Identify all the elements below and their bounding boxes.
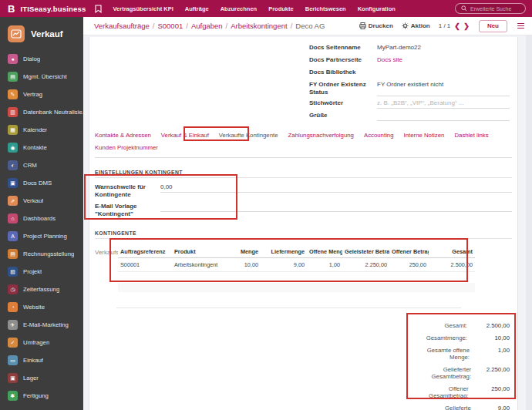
sidebar-item-email-marketing[interactable]: ✈ E-Mail-Marketing (0, 316, 83, 334)
sidebar-item-label: Kontakte (23, 144, 47, 151)
sidebar-item-website[interactable]: ◔ Website (0, 298, 83, 316)
tab-verkaufte-kontingente[interactable]: Verkaufte Kontingente (219, 132, 278, 139)
tab-interne-notizen[interactable]: Interne Notizen (404, 132, 445, 139)
col-offene-menge[interactable]: Offene Menge (307, 245, 342, 258)
field-label: Docs Bibliothek (309, 68, 377, 78)
col-menge[interactable]: Menge (228, 245, 261, 258)
scrollbar[interactable] (526, 35, 532, 410)
col-offener-betrag[interactable]: Offener Betrag (389, 245, 429, 258)
col-gesamt[interactable]: Gesamt (429, 245, 475, 258)
print-button[interactable]: Drucken (359, 22, 393, 29)
icon-glyph: ▧ (10, 269, 15, 274)
content-area: Docs Seitenname MyPart-demo22 Docs Partn… (83, 35, 532, 410)
menu-item-konfiguration[interactable]: Konfiguration (358, 5, 396, 12)
control-panel: Verkaufsaufträge / S00001 / Aufgaben / A… (83, 17, 532, 35)
action-button[interactable]: Aktion (402, 22, 430, 29)
tab-accounting[interactable]: Accounting (364, 132, 394, 139)
breadcrumb: Verkaufsaufträge / S00001 / Aufgaben / A… (94, 22, 325, 30)
sidebar-item-project-planning[interactable]: A Project Planning (0, 227, 83, 245)
tab-kontakte-adressen[interactable]: Kontakte & Adressen (95, 132, 151, 139)
cell-produkt[interactable]: Arbeitskontingent (172, 257, 228, 271)
cell-offener-betrag[interactable]: 250,00 (389, 257, 429, 271)
field-value[interactable]: MyPart-demo22 (377, 43, 510, 53)
icon-glyph: A (11, 234, 15, 239)
tab-verkauf-einkauf[interactable]: Verkauf & Einkauf (161, 132, 209, 139)
cell-auftragsreferenz[interactable]: S00001 (118, 257, 172, 271)
field-docs-seitenname: Docs Seitenname MyPart-demo22 (309, 43, 510, 53)
kontakte-icon: ◉ (8, 143, 18, 153)
sidebar-item-docs-dms[interactable]: ▣ Docs DMS (0, 174, 83, 192)
sidebar-item-projekt[interactable]: ▧ Projekt (0, 263, 83, 281)
col-auftragsreferenz[interactable]: Auftragsreferenz (118, 245, 172, 258)
sidebar-item-crm[interactable]: ◐ CRM (0, 156, 83, 174)
new-button[interactable]: Neu (479, 20, 507, 32)
breadcrumb-aufgaben[interactable]: Aufgaben (191, 22, 223, 30)
menu-item-berichtswesen[interactable]: Berichtswesen (305, 5, 346, 12)
tab-dashlet-links[interactable]: Dashlet links (454, 132, 488, 139)
sidebar-item-mgmt-uebersicht[interactable]: ▤ Mgmt. Übersicht (0, 68, 83, 86)
cell-liefermenge[interactable]: 9,00 (261, 257, 307, 271)
breadcrumb-arbeitskontingent[interactable]: Arbeitskontingent (231, 22, 287, 30)
icon-glyph: ◔ (11, 304, 14, 310)
breadcrumb-s00001[interactable]: S00001 (157, 22, 183, 30)
top-menu: Vertragsübersicht KPI Aufträge Abzurechn… (113, 5, 395, 12)
table-empty-row (118, 271, 475, 281)
icon-glyph: ⌂ (11, 216, 14, 221)
sidebar-item-zeiterfassung[interactable]: ◷ Zeiterfassung (0, 281, 83, 298)
sidebar-item-label: Website (23, 304, 45, 311)
sidebar-app-label: Verkauf (31, 29, 63, 39)
cell-geleisteter-betrag[interactable]: 2.250,00 (342, 257, 389, 271)
app-logo[interactable]: B (8, 3, 15, 15)
totals-separator (116, 308, 461, 308)
sidebar-item-kontakte[interactable]: ◉ Kontakte (0, 139, 83, 156)
icon-glyph: ✓ (11, 340, 15, 345)
sidebar-app-header[interactable]: Verkauf (0, 17, 83, 50)
sidebar-item-vertrag[interactable]: ✎ Vertrag (0, 86, 83, 103)
sidebar-item-verkauf[interactable]: ⇗ Verkauf (0, 192, 83, 210)
brand-name[interactable]: ITISeasy.business (20, 5, 86, 13)
sidebar-item-datenbank-neutralisierung[interactable]: ▥ Datenbank Neutralisie... (0, 103, 83, 121)
table-row[interactable]: S00001 Arbeitskontingent 10,00 9,00 1,00… (118, 257, 475, 271)
field-warnschwelle: Warnschwelle für Kontingente 0,00 (95, 183, 512, 200)
menu-item-abzurechnen[interactable]: Abzurechnen (221, 5, 258, 12)
col-produkt[interactable]: Produkt (172, 245, 228, 258)
search-input[interactable]: Erweiterte Suche (455, 3, 526, 14)
field-value[interactable] (377, 68, 510, 78)
tags-input[interactable]: z. B. „B2B“, „VIP“, „Beratung“ ... (377, 99, 510, 109)
sidebar-item-kalender[interactable]: ▦ Kalender (0, 121, 83, 139)
sidebar-item-dialog[interactable]: ● Dialog (0, 50, 83, 68)
sidebar-item-dashboards[interactable]: ⌂ Dashboards (0, 210, 83, 227)
sidebar-item-einkauf[interactable]: ▭ Einkauf (0, 351, 83, 369)
sidebar-item-lager[interactable]: ▣ Lager (0, 369, 83, 387)
col-liefermenge[interactable]: Liefermenge (261, 245, 307, 258)
breadcrumb-verkaufsauftraege[interactable]: Verkaufsaufträge (94, 22, 150, 30)
action-label: Aktion (411, 22, 430, 29)
tab-zahlungsnachverfolgung[interactable]: Zahlungsnachverfolgung (288, 132, 354, 139)
sidebar-item-rechnungsstellung[interactable]: ▤ Rechnungsstellung (0, 245, 83, 263)
email-vorlage-input[interactable] (160, 203, 512, 212)
menu-item-vertragsuebersicht-kpi[interactable]: Vertragsübersicht KPI (113, 5, 173, 12)
pager-prev-next-icons[interactable]: ❮ ❯ (454, 22, 470, 30)
website-icon: ◔ (8, 302, 18, 312)
sidebar-item-label: Rechnungsstellung (23, 250, 74, 257)
hamburger-menu-icon[interactable] (516, 22, 526, 31)
cell-gesamt[interactable]: 2.500,00 (429, 257, 475, 271)
bookmark-icon[interactable] (95, 5, 102, 13)
tab-kunden-projektnummer[interactable]: Kunden Projektnummer (95, 144, 158, 151)
docs-site-link[interactable]: Docs site (377, 55, 510, 66)
field-value[interactable]: FY Ordner existiert nicht (377, 80, 510, 96)
warnschwelle-input[interactable]: 0,00 (160, 183, 512, 193)
datenbank-icon: ▥ (8, 107, 18, 117)
menu-item-auftraege[interactable]: Aufträge (185, 5, 209, 12)
cell-menge[interactable]: 10,00 (228, 257, 261, 271)
cell-offene-menge[interactable]: 1,00 (307, 257, 342, 271)
sidebar-item-fertigung[interactable]: ✱ Fertigung (0, 387, 83, 405)
menu-item-produkte[interactable]: Produkte (268, 5, 294, 12)
col-geleisteter-betrag[interactable]: Geleisteter Betrag (342, 245, 389, 258)
projekt-icon: ▧ (8, 267, 18, 277)
sidebar-item-umfragen[interactable]: ✓ Umfragen (0, 334, 83, 351)
field-value[interactable] (377, 111, 510, 121)
docs-dms-icon: ▣ (8, 178, 18, 188)
field-gruesse: Grüße (309, 111, 510, 121)
verkauf-icon: ⇗ (8, 196, 18, 206)
